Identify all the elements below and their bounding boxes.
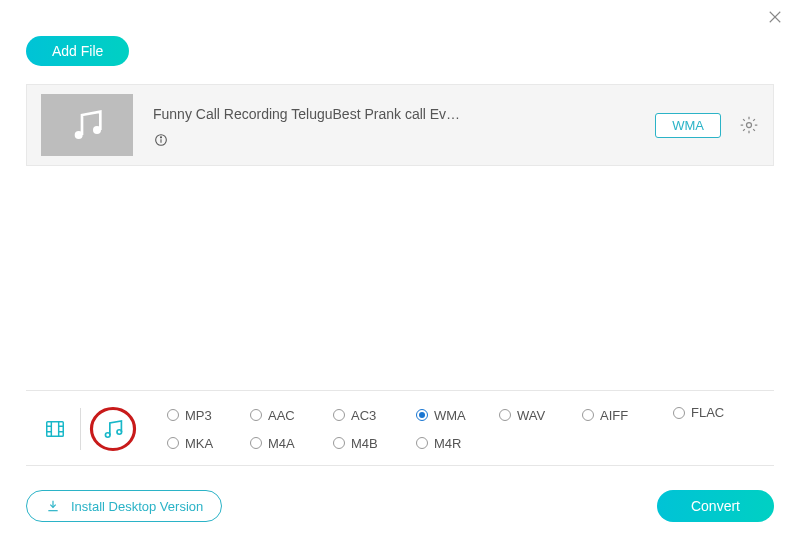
install-desktop-button[interactable]: Install Desktop Version: [26, 490, 222, 522]
radio-icon: [416, 437, 428, 449]
format-option-m4a[interactable]: M4A: [250, 436, 333, 451]
convert-button[interactable]: Convert: [657, 490, 774, 522]
svg-point-2: [75, 131, 83, 139]
format-label: M4B: [351, 436, 378, 451]
format-option-wav[interactable]: WAV: [499, 408, 582, 423]
svg-point-6: [160, 137, 161, 138]
footer: Install Desktop Version Convert: [26, 490, 774, 522]
svg-point-15: [105, 433, 110, 437]
file-actions: WMA: [655, 113, 759, 138]
radio-icon: [499, 409, 511, 421]
file-thumbnail: [41, 94, 133, 156]
close-icon[interactable]: [766, 8, 786, 28]
format-option-aac[interactable]: AAC: [250, 408, 333, 423]
format-label: AIFF: [600, 408, 628, 423]
format-option-wma[interactable]: WMA: [416, 408, 499, 423]
format-label: AC3: [351, 408, 376, 423]
format-label: MP3: [185, 408, 212, 423]
svg-point-7: [747, 123, 752, 128]
format-label: WAV: [517, 408, 545, 423]
format-label: M4R: [434, 436, 461, 451]
radio-icon: [582, 409, 594, 421]
format-option-m4b[interactable]: M4B: [333, 436, 416, 451]
radio-icon: [250, 409, 262, 421]
mode-icons: [26, 407, 149, 451]
video-mode-icon[interactable]: [40, 416, 70, 442]
format-option-m4r[interactable]: M4R: [416, 436, 499, 451]
radio-icon: [416, 409, 428, 421]
format-label: MKA: [185, 436, 213, 451]
svg-rect-8: [47, 422, 64, 437]
format-label: AAC: [268, 408, 295, 423]
music-note-icon: [67, 105, 107, 145]
add-file-button[interactable]: Add File: [26, 36, 129, 66]
radio-icon: [250, 437, 262, 449]
separator: [80, 408, 81, 450]
install-label: Install Desktop Version: [71, 499, 203, 514]
file-title: Funny Call Recording TeluguBest Prank ca…: [153, 106, 473, 122]
output-format-button[interactable]: WMA: [655, 113, 721, 138]
svg-point-16: [117, 430, 122, 434]
svg-point-3: [93, 126, 101, 134]
info-icon[interactable]: [153, 132, 169, 148]
format-label: M4A: [268, 436, 295, 451]
format-options: MP3AACAC3WMAWAVAIFFMKAM4AM4BM4R: [167, 403, 665, 455]
format-label: WMA: [434, 408, 466, 423]
format-panel: MP3AACAC3WMAWAVAIFFMKAM4AM4BM4R FLAC: [26, 390, 774, 466]
format-option-mka[interactable]: MKA: [167, 436, 250, 451]
file-item: Funny Call Recording TeluguBest Prank ca…: [26, 84, 774, 166]
radio-icon: [333, 409, 345, 421]
format-option-mp3[interactable]: MP3: [167, 408, 250, 423]
format-option-ac3[interactable]: AC3: [333, 408, 416, 423]
radio-icon: [333, 437, 345, 449]
format-option-flac[interactable]: FLAC: [673, 405, 724, 420]
file-meta: Funny Call Recording TeluguBest Prank ca…: [153, 102, 655, 148]
format-label: FLAC: [691, 405, 724, 420]
radio-icon: [167, 437, 179, 449]
gear-icon[interactable]: [739, 115, 759, 135]
radio-icon: [167, 409, 179, 421]
audio-mode-icon[interactable]: [90, 407, 136, 451]
download-icon: [45, 498, 61, 514]
radio-icon: [673, 407, 685, 419]
format-option-aiff[interactable]: AIFF: [582, 408, 665, 423]
